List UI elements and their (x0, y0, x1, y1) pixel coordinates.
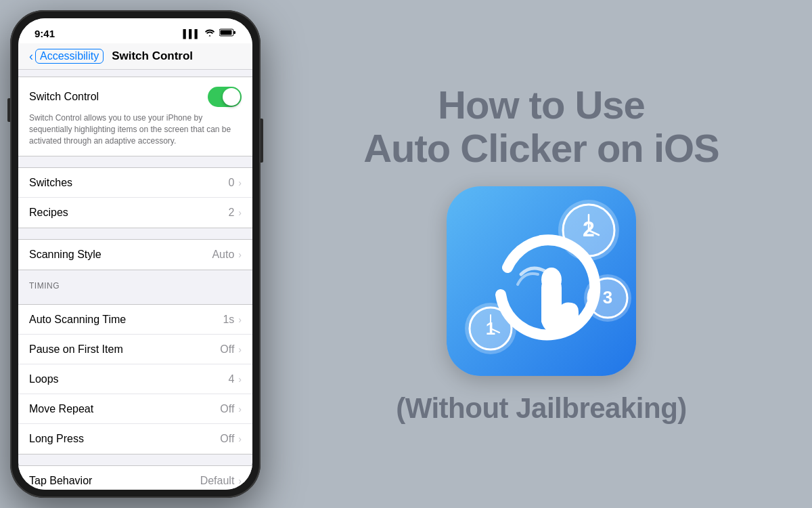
nav-title: Switch Control (112, 49, 193, 63)
long-press-label: Long Press (29, 433, 84, 445)
switch-control-toggle-row: Switch Control (29, 87, 242, 107)
switches-value: 0 › (228, 177, 242, 189)
move-repeat-value: Off › (220, 403, 242, 415)
right-panel: How to Use Auto Clicker on iOS 2 3 (271, 0, 812, 508)
nav-bar: ‹ Accessibility Switch Control (18, 43, 252, 70)
svg-text:3: 3 (603, 287, 612, 308)
tap-behavior-label: Tap Behavior (29, 475, 92, 487)
long-press-value: Off › (220, 433, 242, 445)
back-arrow-icon: ‹ (29, 49, 33, 64)
switch-control-toggle[interactable] (208, 87, 242, 107)
move-repeat-current: Off (220, 403, 234, 415)
switch-control-label: Switch Control (29, 91, 99, 103)
recipes-count: 2 (228, 207, 234, 219)
wifi-icon (204, 28, 215, 39)
switch-control-section: Switch Control Switch Control allows you… (18, 77, 252, 156)
switches-row[interactable]: Switches 0 › (18, 168, 252, 198)
phone-body: 9:41 ▌▌▌ (10, 10, 261, 498)
auto-scanning-chevron-icon: › (238, 314, 242, 325)
move-repeat-row[interactable]: Move Repeat Off › (18, 394, 252, 424)
phone-mockup: 9:41 ▌▌▌ (0, 0, 271, 508)
switch-control-description: Switch Control allows you to use your iP… (29, 112, 242, 146)
auto-scanning-time-row[interactable]: Auto Scanning Time 1s › (18, 305, 252, 335)
move-repeat-chevron-icon: › (238, 404, 242, 415)
timing-group: Auto Scanning Time 1s › Pause on First I… (18, 304, 252, 454)
switches-count: 0 (228, 177, 234, 189)
battery-icon (219, 28, 236, 39)
scanning-style-group: Scanning Style Auto › (18, 239, 252, 270)
timing-section-label: TIMING (18, 277, 252, 293)
long-press-current: Off (220, 433, 234, 445)
status-bar: 9:41 ▌▌▌ (18, 18, 252, 43)
phone-screen: 9:41 ▌▌▌ (18, 18, 252, 490)
headline: How to Use Auto Clicker on iOS (363, 83, 719, 170)
auto-scanning-time-current: 1s (223, 314, 234, 326)
scanning-style-row[interactable]: Scanning Style Auto › (18, 240, 252, 270)
scanning-style-label: Scanning Style (29, 249, 102, 261)
recipes-row[interactable]: Recipes 2 › (18, 198, 252, 228)
status-icons: ▌▌▌ (183, 28, 236, 39)
svg-rect-2 (221, 30, 232, 35)
auto-scanning-time-label: Auto Scanning Time (29, 314, 126, 326)
long-press-chevron-icon: › (238, 433, 242, 444)
app-icon: 2 3 1 (447, 186, 636, 376)
long-press-row[interactable]: Long Press Off › (18, 424, 252, 454)
headline-line1: How to Use (363, 83, 719, 127)
pause-on-first-item-value: Off › (220, 343, 242, 356)
scanning-style-current: Auto (212, 249, 234, 261)
back-button[interactable]: ‹ Accessibility (29, 49, 104, 64)
switches-chevron-icon: › (238, 177, 242, 188)
switches-label: Switches (29, 177, 72, 189)
subheadline: (Without Jailbreaking) (396, 392, 687, 425)
recipes-chevron-icon: › (238, 207, 242, 218)
recipes-value: 2 › (228, 207, 242, 219)
pause-on-first-item-row[interactable]: Pause on First Item Off › (18, 335, 252, 364)
loops-chevron-icon: › (238, 374, 242, 385)
recipes-label: Recipes (29, 207, 68, 219)
scanning-style-chevron-icon: › (238, 249, 242, 260)
signal-icon: ▌▌▌ (183, 29, 200, 39)
loops-value: 4 › (228, 373, 242, 385)
app-icon-svg: 2 3 1 (447, 186, 636, 376)
bottom-group: Tap Behavior Default › Focused Item Afte… (18, 465, 252, 490)
headline-line2: Auto Clicker on iOS (363, 127, 719, 170)
pause-on-first-item-label: Pause on First Item (29, 343, 123, 356)
move-repeat-label: Move Repeat (29, 403, 93, 415)
auto-scanning-time-value: 1s › (223, 314, 242, 326)
loops-count: 4 (228, 373, 234, 385)
tap-behavior-row[interactable]: Tap Behavior Default › (18, 466, 252, 490)
pause-on-first-item-current: Off (220, 343, 234, 356)
tap-behavior-value: Default › (200, 475, 242, 487)
switches-recipes-group: Switches 0 › Recipes 2 › (18, 167, 252, 228)
svg-rect-1 (233, 31, 235, 34)
tap-behavior-current: Default (200, 475, 235, 487)
pause-first-chevron-icon: › (238, 344, 242, 355)
back-label[interactable]: Accessibility (35, 49, 104, 64)
loops-label: Loops (29, 373, 59, 385)
loops-row[interactable]: Loops 4 › (18, 364, 252, 394)
status-time: 9:41 (35, 28, 55, 39)
scanning-style-value: Auto › (212, 249, 242, 261)
screen-content: Switch Control Switch Control allows you… (18, 70, 252, 490)
tap-behavior-chevron-icon: › (238, 475, 242, 486)
